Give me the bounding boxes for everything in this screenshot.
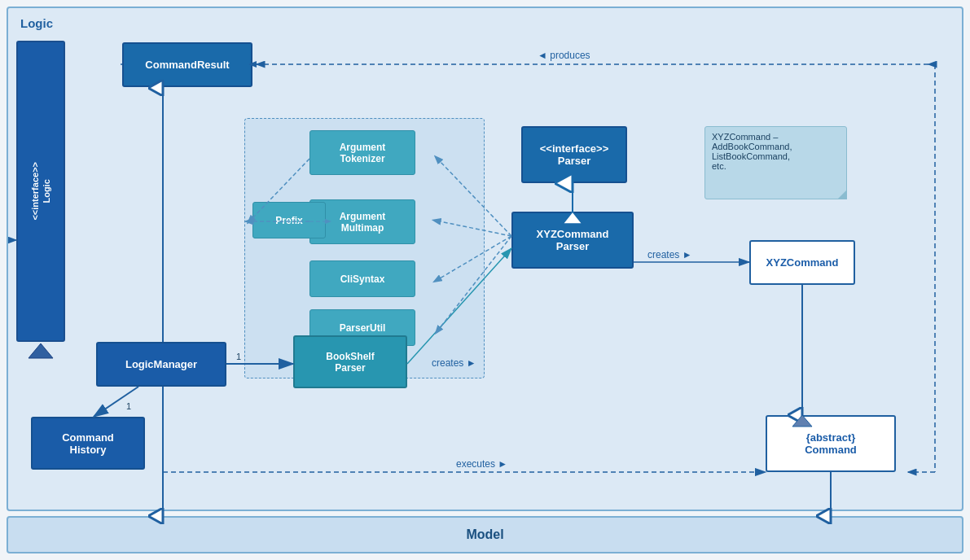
- logic-label: Logic: [20, 16, 53, 30]
- xyz-command-box: XYZCommand: [749, 240, 855, 285]
- model-label: Model: [466, 527, 503, 542]
- cli-syntax-label: CliSyntax: [340, 273, 385, 285]
- command-history-box: CommandHistory: [31, 417, 145, 470]
- xyz-command-parser-label: XYZCommandParser: [537, 228, 609, 252]
- note-label: XYZCommand –AddBookCommand,ListBookComma…: [712, 132, 792, 171]
- interface-logic-label: <<interface>>Logic: [29, 162, 53, 221]
- abstract-command-label: {abstract}Command: [805, 431, 857, 456]
- bookshelf-parser-label: BookShelfParser: [326, 351, 374, 374]
- parser-interface-box: <<interface>>Parser: [521, 126, 627, 183]
- xyz-command-parser-box: XYZCommandParser: [511, 212, 634, 269]
- logic-manager-label: LogicManager: [125, 358, 197, 370]
- diagram-container: Logic Model <<interface>>Logic CommandRe…: [0, 0, 970, 560]
- bookshelf-parser-box: BookShelfParser: [293, 335, 407, 388]
- note-box: XYZCommand –AddBookCommand,ListBookComma…: [704, 126, 847, 199]
- xyz-command-label: XYZCommand: [766, 256, 839, 269]
- prefix-label: Prefix: [275, 215, 302, 226]
- model-box: Model: [7, 516, 963, 553]
- cli-syntax-box: CliSyntax: [309, 260, 415, 297]
- abstract-command-box: {abstract}Command: [766, 415, 896, 472]
- command-history-label: CommandHistory: [62, 431, 114, 456]
- prefix-box: Prefix: [252, 202, 326, 238]
- command-result-label: CommandResult: [145, 59, 229, 71]
- parser-util-label: ParserUtil: [340, 322, 386, 334]
- arg-tokenizer-label: ArgumentTokenizer: [340, 142, 386, 164]
- logic-manager-box: LogicManager: [96, 342, 226, 387]
- arg-multimap-label: ArgumentMultimap: [340, 211, 386, 234]
- parser-interface-label: <<interface>>Parser: [540, 142, 609, 167]
- interface-logic-box: <<interface>>Logic: [16, 41, 65, 342]
- arg-tokenizer-box: ArgumentTokenizer: [309, 130, 415, 175]
- command-result-box: CommandResult: [122, 42, 252, 87]
